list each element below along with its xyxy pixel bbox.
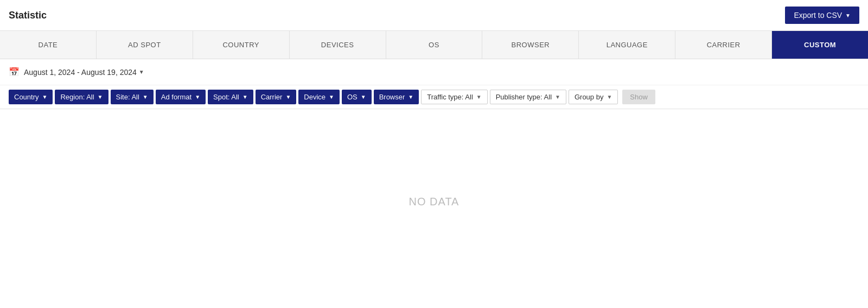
filter-caret-publisher-type: ▼ bbox=[555, 94, 560, 100]
filter-label-traffic-type: Traffic type: All bbox=[427, 93, 473, 101]
tab-date[interactable]: DATE bbox=[0, 31, 97, 59]
date-row: 📅 August 1, 2024 - August 19, 2024 ▼ bbox=[0, 59, 868, 85]
filter-label-carrier: Carrier bbox=[261, 93, 283, 101]
filter-os[interactable]: OS▼ bbox=[342, 90, 372, 104]
filter-bar: Country▼Region: All▼Site: All▼Ad format▼… bbox=[0, 85, 868, 109]
filter-ad-format[interactable]: Ad format▼ bbox=[156, 90, 206, 104]
tab-country[interactable]: COUNTRY bbox=[193, 31, 290, 59]
filter-label-country: Country bbox=[14, 93, 39, 101]
filter-caret-region: ▼ bbox=[98, 94, 103, 100]
filter-label-publisher-type: Publisher type: All bbox=[496, 93, 552, 101]
filter-caret-os: ▼ bbox=[361, 94, 366, 100]
filter-label-os: OS bbox=[347, 93, 358, 101]
filter-caret-ad-format: ▼ bbox=[195, 94, 200, 100]
export-label: Export to CSV bbox=[794, 11, 842, 20]
filter-label-ad-format: Ad format bbox=[161, 93, 192, 101]
filter-spot[interactable]: Spot: All▼ bbox=[208, 90, 253, 104]
filter-caret-carrier: ▼ bbox=[285, 94, 291, 100]
filter-caret-traffic-type: ▼ bbox=[476, 94, 482, 100]
filter-caret-country: ▼ bbox=[42, 94, 48, 100]
page-title: Statistic bbox=[9, 10, 47, 21]
filter-label-group-by: Group by bbox=[575, 93, 603, 101]
page-header: Statistic Export to CSV ▼ bbox=[0, 0, 868, 31]
filter-device[interactable]: Device▼ bbox=[298, 90, 340, 104]
filter-label-region: Region: All bbox=[60, 93, 94, 101]
tab-os[interactable]: OS bbox=[386, 31, 483, 59]
filter-caret-group-by: ▼ bbox=[607, 94, 612, 100]
filter-group-by[interactable]: Group by▼ bbox=[569, 90, 618, 104]
filter-label-spot: Spot: All bbox=[213, 93, 239, 101]
tab-language[interactable]: LANGUAGE bbox=[579, 31, 675, 59]
tab-devices[interactable]: DEVICES bbox=[290, 31, 386, 59]
export-caret-icon: ▼ bbox=[845, 12, 851, 18]
export-csv-button[interactable]: Export to CSV ▼ bbox=[785, 7, 859, 24]
filter-label-browser: Browser bbox=[379, 93, 405, 101]
filter-country[interactable]: Country▼ bbox=[9, 90, 53, 104]
filter-caret-browser: ▼ bbox=[408, 94, 413, 100]
date-range-selector[interactable]: August 1, 2024 - August 19, 2024 ▼ bbox=[24, 68, 144, 77]
filter-site[interactable]: Site: All▼ bbox=[111, 90, 154, 104]
tab-custom[interactable]: CUSTOM bbox=[772, 31, 868, 59]
content-area: NO DATA bbox=[0, 109, 868, 294]
tab-carrier[interactable]: CARRIER bbox=[675, 31, 772, 59]
calendar-icon: 📅 bbox=[9, 67, 20, 77]
filter-publisher-type[interactable]: Publisher type: All▼ bbox=[490, 90, 566, 104]
tab-bar: DATEAD SPOTCOUNTRYDEVICESOSBROWSERLANGUA… bbox=[0, 31, 868, 59]
filter-browser[interactable]: Browser▼ bbox=[374, 90, 419, 104]
filter-region[interactable]: Region: All▼ bbox=[55, 90, 108, 104]
date-range-label: August 1, 2024 - August 19, 2024 bbox=[24, 68, 137, 77]
filter-caret-device: ▼ bbox=[329, 94, 334, 100]
filter-label-site: Site: All bbox=[116, 93, 139, 101]
show-button[interactable]: Show bbox=[622, 90, 655, 104]
filter-label-device: Device bbox=[304, 93, 326, 101]
filter-caret-spot: ▼ bbox=[242, 94, 248, 100]
filter-carrier[interactable]: Carrier▼ bbox=[256, 90, 297, 104]
no-data-label: NO DATA bbox=[409, 196, 459, 208]
date-caret-icon: ▼ bbox=[139, 69, 144, 75]
tab-ad-spot[interactable]: AD SPOT bbox=[97, 31, 193, 59]
tab-browser[interactable]: BROWSER bbox=[482, 31, 579, 59]
filter-traffic-type[interactable]: Traffic type: All▼ bbox=[421, 90, 487, 104]
filter-caret-site: ▼ bbox=[143, 94, 148, 100]
